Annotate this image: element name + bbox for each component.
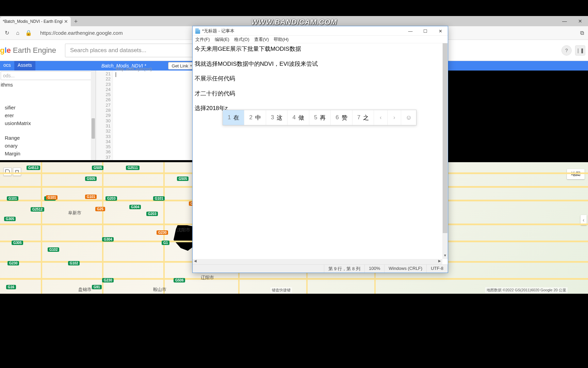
road-shield: G16: [6, 285, 16, 289]
tree-item[interactable]: onary: [0, 142, 96, 150]
map-shortcuts[interactable]: 键盘快捷键: [271, 287, 292, 293]
tree-item[interactable]: Range: [0, 134, 96, 142]
tree-item[interactable]: sifier: [0, 104, 96, 111]
road-shield: G4513: [27, 166, 40, 170]
notepad-title: *无标题 - 记事本: [202, 28, 234, 34]
window-minimize-button[interactable]: —: [557, 16, 572, 26]
city-label: 盘锦市: [78, 287, 92, 293]
collections-icon[interactable]: ⧉: [578, 30, 585, 36]
chevron-left-icon[interactable]: ‹: [374, 110, 388, 125]
city-label: 沈阳市: [177, 227, 190, 233]
api-tree: ithms sifier erer usionMatrix Range onar…: [0, 81, 96, 157]
scrollbar[interactable]: ◀▶: [193, 259, 442, 264]
emoji-icon[interactable]: ☺: [401, 110, 416, 125]
road-shield: G1: [162, 241, 169, 245]
road-shield: G101: [153, 196, 165, 201]
road-shield: G101: [85, 195, 97, 199]
filter-input[interactable]: ods...: [1, 71, 95, 80]
draw-rect-icon[interactable]: [13, 168, 21, 176]
road-shield: G102: [48, 247, 59, 252]
gee-logo: gle Earth Engine: [0, 46, 56, 55]
road-shield: G101: [7, 196, 18, 201]
ime-candidate[interactable]: 3这: [266, 110, 288, 125]
pan-tool-icon[interactable]: [3, 168, 12, 176]
status-position: 第 9 行，第 8 列: [324, 265, 365, 273]
notepad-icon: [195, 28, 200, 34]
bandicam-watermark: WWW.BANDICAM.COM: [251, 18, 337, 27]
window-minimize-button[interactable]: —: [403, 26, 418, 36]
line-gutter: 2122232425262728293031323334353637: [96, 71, 113, 160]
home-icon[interactable]: ⌂: [14, 30, 21, 36]
url-input[interactable]: https://code.earthengine.google.com: [36, 29, 127, 37]
menu-item[interactable]: 格式(O): [234, 36, 249, 42]
road-shield: G505: [85, 177, 97, 181]
road-shield: G506: [174, 278, 185, 282]
tab-docs[interactable]: ocs: [0, 61, 14, 71]
refresh-icon[interactable]: ↻: [3, 30, 10, 36]
menu-item[interactable]: 帮助(H): [274, 36, 289, 42]
window-maximize-button[interactable]: ☐: [418, 26, 433, 36]
status-encoding: UTF-8: [427, 265, 448, 273]
window-close-button[interactable]: ✕: [572, 16, 588, 26]
notepad-window: *无标题 - 记事本 — ☐ ✕ 文件(F)编辑(E)格式(O)查看(V)帮助(…: [192, 26, 448, 273]
road-shield: G305: [4, 217, 16, 221]
close-icon[interactable]: ✕: [64, 19, 68, 24]
road-shield: G91: [92, 285, 102, 289]
ime-candidate[interactable]: 6赞: [331, 110, 352, 125]
notepad-textarea[interactable]: 今天来用GEE展示下批量下载MODIS数据我就选择MODIS数据中的NDVI，E…: [193, 43, 448, 273]
browser-tab[interactable]: *Batch_Modis_NDVI - Earth Engi ✕: [0, 17, 71, 26]
road-shield: G305: [12, 241, 23, 245]
status-eol: Windows (CRLF): [385, 265, 427, 273]
road-shield: G203: [105, 196, 117, 201]
ime-candidate[interactable]: 5再: [309, 110, 331, 125]
menu-item[interactable]: 编辑(E): [215, 36, 229, 42]
left-panel: ods... ithms sifier erer usionMatrix Ran…: [0, 71, 96, 160]
map-attribution: 地图数据 ©2022 GS(2011)6020 Google 20 公里: [485, 287, 568, 293]
scrollbar[interactable]: ▲▼: [442, 43, 448, 259]
road-shield: G505: [92, 166, 103, 170]
notepad-menu: 文件(F)编辑(E)格式(O)查看(V)帮助(H): [193, 36, 448, 43]
city-label: 鞍山市: [153, 287, 166, 293]
city-label: 辽阳市: [201, 275, 214, 281]
road-shield: G102: [68, 261, 80, 265]
tree-item[interactable]: usionMatrix: [0, 119, 96, 127]
road-shield: G505: [177, 177, 189, 181]
feedback-icon[interactable]: ❘❚: [575, 45, 585, 56]
tree-item[interactable]: erer: [0, 111, 96, 119]
road-shield: G101: [46, 195, 58, 200]
road-shield: G230: [7, 261, 19, 265]
road-shield: G230: [102, 278, 114, 282]
ime-candidate-bar: 1在2中3这4做5再6赞7之‹›☺: [223, 110, 416, 125]
help-icon[interactable]: ?: [561, 45, 572, 56]
map-type-button[interactable]: 地图: [567, 169, 585, 179]
tree-item[interactable]: ithms: [0, 81, 96, 89]
scrollbar[interactable]: [91, 71, 96, 160]
window-close-button[interactable]: ✕: [433, 26, 448, 36]
ime-candidate[interactable]: 2中: [244, 110, 266, 125]
road-shield: G203: [146, 212, 158, 216]
city-label: 阜新市: [68, 210, 81, 216]
notepad-statusbar: 第 9 行，第 8 列 100% Windows (CRLF) UTF-8: [193, 264, 448, 273]
tree-item[interactable]: Margin: [0, 150, 96, 157]
ime-candidate[interactable]: 4做: [288, 110, 309, 125]
ime-candidate[interactable]: 1在: [223, 110, 244, 125]
tab-title: *Batch_Modis_NDVI - Earth Engi: [3, 19, 63, 24]
road-shield: G304: [102, 237, 114, 242]
new-tab-button[interactable]: +: [71, 17, 81, 26]
road-shield: G2511: [126, 166, 140, 170]
road-shield: G304: [129, 205, 141, 209]
lock-icon: 🔒: [25, 30, 32, 36]
road-shield: G230: [157, 230, 168, 235]
ime-candidate[interactable]: 7之: [353, 110, 374, 125]
menu-item[interactable]: 查看(V): [254, 36, 269, 42]
road-shield: G2512: [31, 207, 44, 212]
status-zoom: 100%: [365, 265, 385, 273]
road-shield: G25: [95, 207, 105, 211]
menu-item[interactable]: 文件(F): [195, 36, 210, 42]
notepad-titlebar[interactable]: *无标题 - 记事本 — ☐ ✕: [193, 26, 448, 36]
tab-assets[interactable]: Assets: [14, 61, 35, 71]
chevron-right-icon[interactable]: ›: [388, 110, 401, 125]
